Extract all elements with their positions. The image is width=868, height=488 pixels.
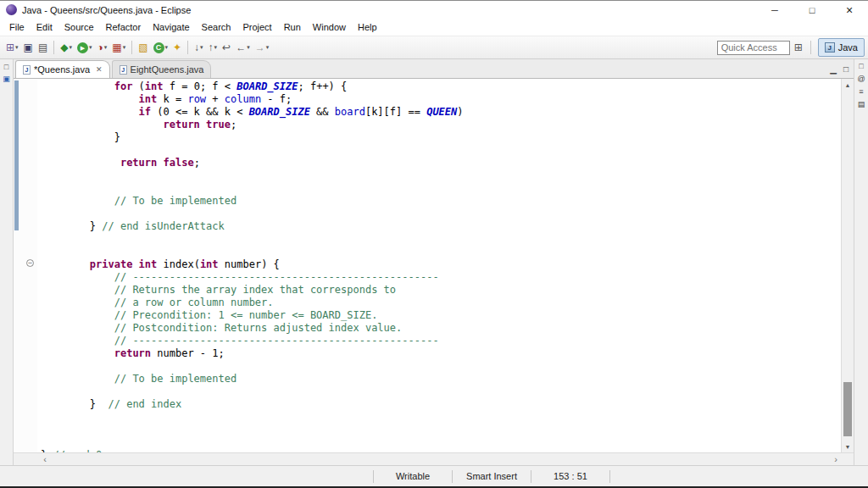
code-area[interactable]: for (int f = 0; f < BOARD_SIZE; f++) { i… [37,79,841,452]
code-line[interactable]: // a row or column number. [41,297,841,309]
menu-edit[interactable]: Edit [31,20,58,34]
dropdown-arrow-icon[interactable]: ▾ [165,44,169,51]
toolbar-separator [810,41,811,54]
dropdown-arrow-icon[interactable]: ▾ [123,44,126,51]
print-icon-button[interactable]: ▤ [36,39,49,56]
run-icon-button[interactable]: ▶▾ [75,39,94,56]
code-line[interactable] [41,360,841,373]
code-line[interactable]: } [41,131,841,144]
code-line[interactable]: // -------------------------------------… [41,271,841,284]
dropdown-arrow-icon[interactable]: ▾ [104,44,108,51]
code-line[interactable]: // Precondition: 1 <= number <= BOARD_SI… [41,309,841,322]
tab-close-icon[interactable]: ✕ [96,65,103,74]
package-explorer-icon[interactable]: ▣ [3,75,10,83]
menu-source[interactable]: Source [58,20,100,34]
back-icon-button[interactable]: ←▾ [234,39,252,56]
maximize-view-icon[interactable]: □ [843,64,849,74]
dropdown-arrow-icon[interactable]: ▾ [15,44,19,51]
scroll-down-icon[interactable]: ▼ [842,441,854,452]
open-perspective-icon[interactable]: ⊞ [794,42,803,53]
code-line[interactable] [41,233,841,246]
dropdown-arrow-icon[interactable]: ▾ [247,44,250,51]
close-button[interactable]: × [831,1,868,19]
code-line[interactable]: return true; [41,119,841,131]
prev-annotation-icon: ↑ [209,42,214,53]
menu-refactor[interactable]: Refactor [100,20,147,34]
external-tools-icon-button[interactable]: ▦▾ [110,39,127,56]
tab-queens-java[interactable]: J *Queens.java ✕ [15,60,110,78]
code-line[interactable] [41,424,841,436]
code-line[interactable]: // To be implemented [41,195,841,208]
forward-icon-button[interactable]: →▾ [253,39,271,56]
code-line[interactable] [41,144,841,157]
new-class-icon-button[interactable]: C▾ [152,39,170,56]
console-view-icon[interactable]: ▤ [858,101,865,108]
javadoc-view-icon[interactable]: @ [857,75,865,83]
code-line[interactable]: // To be implemented [41,373,841,385]
new-java-project-icon-button[interactable]: ▧ [136,39,149,56]
save-icon-button[interactable]: ▣ [22,39,35,56]
restore-pane-icon[interactable]: □ [859,63,863,70]
dropdown-arrow-icon[interactable]: ▾ [200,44,203,51]
menu-project[interactable]: Project [236,20,277,34]
last-edit-location-icon-button[interactable]: ↩ [220,39,232,56]
coverage-icon-button[interactable]: ◑▾ [96,39,109,56]
code-line[interactable] [41,385,841,398]
code-line[interactable] [41,436,841,449]
code-line[interactable]: // -------------------------------------… [41,335,841,347]
code-line[interactable]: // Returns the array index that correspo… [41,284,841,297]
dropdown-arrow-icon[interactable]: ▾ [214,44,218,51]
vertical-scrollbar-thumb[interactable] [843,382,852,436]
menu-help[interactable]: Help [352,20,383,34]
maximize-button[interactable]: □ [793,1,831,19]
next-annotation-icon-button[interactable]: ↓▾ [192,39,205,56]
code-viewport[interactable]: for (int f = 0; f < BOARD_SIZE; f++) { i… [37,79,841,452]
annotation-ruler[interactable]: − [14,79,37,452]
code-line[interactable] [41,169,841,182]
code-line[interactable]: // Postcondition: Returns adjusted index… [41,322,841,335]
fold-collapse-icon[interactable]: − [26,259,34,267]
menu-file[interactable]: File [3,20,31,34]
eclipse-window: Java - Queens/src/Queens.java - Eclipse … [0,0,868,488]
new-wizard-icon-button[interactable]: ⊞▾ [4,39,20,56]
code-line[interactable]: } // end Queens [41,449,841,452]
declaration-view-icon[interactable]: ≡ [859,88,863,96]
search-icon-button[interactable]: ✦ [171,39,183,56]
dropdown-arrow-icon[interactable]: ▾ [89,44,92,51]
tab-eightqueens-java[interactable]: J EightQueens.java [112,60,212,78]
code-line[interactable]: return number - 1; [41,347,841,360]
horizontal-scrollbar[interactable]: ‹ › [14,452,854,465]
dropdown-arrow-icon[interactable]: ▾ [266,44,270,51]
menu-search[interactable]: Search [196,20,237,34]
java-perspective-button[interactable]: J Java [818,38,865,57]
code-line[interactable] [41,182,841,195]
menu-window[interactable]: Window [307,20,352,34]
code-line[interactable]: if (0 <= k && k < BOARD_SIZE && board[k]… [41,106,841,119]
scroll-left-icon[interactable]: ‹ [39,453,51,465]
tab-label: EightQueens.java [131,64,204,75]
menu-run[interactable]: Run [278,20,307,34]
code-line[interactable] [41,246,841,258]
debug-icon-button[interactable]: ◆▾ [58,39,74,56]
scroll-right-icon[interactable]: › [830,453,842,465]
minimize-button[interactable]: ─ [756,1,793,19]
code-line[interactable]: } // end index [41,398,841,411]
restore-pane-icon[interactable]: □ [4,64,8,71]
toolbar-icons: ⊞▾▣▤◆▾▶▾◑▾▦▾▧C▾✦↓▾↑▾↩←▾→▾ [3,39,271,56]
code-line[interactable]: } // end isUnderAttack [41,220,841,233]
menu-navigate[interactable]: Navigate [147,20,195,34]
code-line[interactable]: int k = row + column - f; [41,93,841,106]
vertical-scrollbar[interactable]: ▲ ▼ [841,79,854,452]
prev-annotation-icon-button[interactable]: ↑▾ [207,39,220,56]
minimize-view-icon[interactable]: ▁ [830,64,837,74]
code-line[interactable]: return false; [41,157,841,169]
code-line[interactable]: private int index(int number) { [41,258,841,271]
insert-mode-status[interactable]: Smart Insert [452,470,531,483]
dropdown-arrow-icon[interactable]: ▾ [70,44,73,51]
code-line[interactable] [41,411,841,424]
code-line[interactable]: for (int f = 0; f < BOARD_SIZE; f++) { [41,80,841,93]
scroll-up-icon[interactable]: ▲ [842,79,854,91]
code-line[interactable] [41,208,841,220]
toolbar-separator [131,41,132,54]
quick-access-input[interactable] [717,41,790,55]
